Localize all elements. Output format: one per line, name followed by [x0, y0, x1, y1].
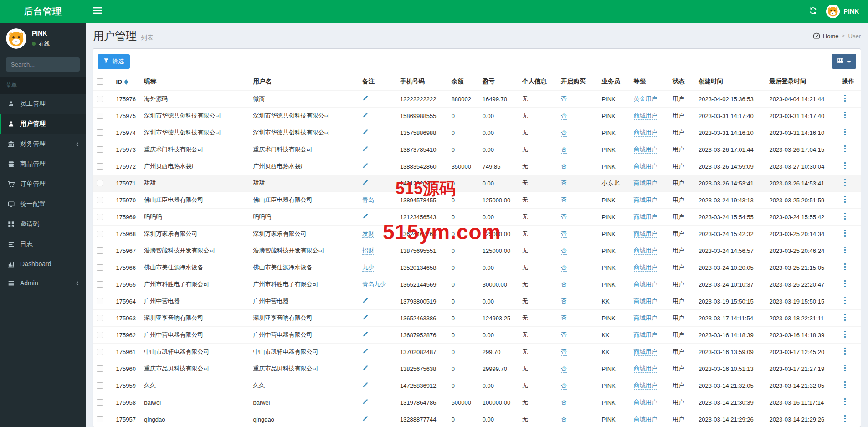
level-link[interactable]: 商城用户: [634, 314, 657, 322]
row-checkbox[interactable]: [97, 197, 103, 203]
purchase-toggle-link[interactable]: 否: [561, 180, 567, 187]
edit-remark-pencil-icon[interactable]: [362, 382, 368, 388]
level-link[interactable]: 商城用户: [634, 281, 657, 288]
refresh-button[interactable]: [809, 7, 817, 16]
row-checkbox[interactable]: [97, 332, 103, 338]
row-checkbox[interactable]: [97, 96, 103, 102]
edit-remark-pencil-icon[interactable]: [362, 298, 368, 304]
edit-remark-pencil-icon[interactable]: [362, 365, 368, 371]
level-link[interactable]: 商城用户: [634, 399, 657, 406]
user-menu[interactable]: PINK: [826, 5, 859, 18]
sidebar-item-users[interactable]: 用户管理: [0, 114, 86, 134]
purchase-toggle-link[interactable]: 否: [561, 348, 567, 356]
remark-link[interactable]: 青岛: [362, 196, 374, 204]
level-link[interactable]: 黄金用户: [634, 95, 657, 103]
sidebar-item-config[interactable]: 统一配置: [0, 194, 86, 214]
level-link[interactable]: 商城用户: [634, 331, 657, 339]
filter-button[interactable]: 筛选: [98, 54, 130, 69]
row-checkbox[interactable]: [97, 180, 103, 186]
remark-link[interactable]: 招财: [362, 247, 374, 255]
level-link[interactable]: 商城用户: [634, 163, 657, 170]
sidebar-item-dashboard[interactable]: Dashboard: [0, 254, 86, 273]
sidebar-item-products[interactable]: 商品管理: [0, 154, 86, 174]
edit-remark-pencil-icon[interactable]: [362, 213, 368, 219]
row-actions-dots-icon[interactable]: [842, 229, 848, 237]
purchase-toggle-link[interactable]: 否: [561, 281, 567, 288]
level-link[interactable]: 商城用户: [634, 416, 657, 423]
row-checkbox[interactable]: [97, 146, 103, 153]
sidebar-item-staff[interactable]: 员工管理: [0, 94, 86, 114]
row-actions-dots-icon[interactable]: [842, 111, 848, 119]
row-checkbox[interactable]: [97, 163, 103, 170]
row-actions-dots-icon[interactable]: [842, 347, 848, 355]
remark-link[interactable]: 青岛九少: [362, 281, 386, 288]
row-checkbox[interactable]: [97, 231, 103, 237]
edit-remark-pencil-icon[interactable]: [362, 129, 368, 135]
row-actions-dots-icon[interactable]: [842, 381, 848, 389]
column-header-id[interactable]: ID: [113, 73, 141, 90]
level-link[interactable]: 商城用户: [634, 382, 657, 390]
row-actions-dots-icon[interactable]: [842, 297, 848, 304]
row-checkbox[interactable]: [97, 315, 103, 321]
purchase-toggle-link[interactable]: 否: [561, 382, 567, 390]
level-link[interactable]: 商城用户: [634, 348, 657, 356]
level-link[interactable]: 商城用户: [634, 298, 657, 305]
purchase-toggle-link[interactable]: 否: [561, 247, 567, 255]
row-checkbox[interactable]: [97, 382, 103, 389]
purchase-toggle-link[interactable]: 否: [561, 112, 567, 120]
purchase-toggle-link[interactable]: 否: [561, 331, 567, 339]
row-actions-dots-icon[interactable]: [842, 364, 848, 372]
row-checkbox[interactable]: [97, 247, 103, 254]
sidebar-item-invite[interactable]: 邀请码: [0, 214, 86, 234]
level-link[interactable]: 商城用户: [634, 196, 657, 204]
row-actions-dots-icon[interactable]: [842, 314, 848, 321]
level-link[interactable]: 商城用户: [634, 247, 657, 255]
level-link[interactable]: 商城用户: [634, 112, 657, 120]
row-actions-dots-icon[interactable]: [842, 280, 848, 288]
row-actions-dots-icon[interactable]: [842, 94, 848, 102]
purchase-toggle-link[interactable]: 否: [561, 129, 567, 137]
row-actions-dots-icon[interactable]: [842, 195, 848, 203]
purchase-toggle-link[interactable]: 否: [561, 146, 567, 154]
edit-remark-pencil-icon[interactable]: [362, 180, 368, 185]
purchase-toggle-link[interactable]: 否: [561, 163, 567, 170]
breadcrumb-home-link[interactable]: Home: [813, 32, 839, 40]
row-actions-dots-icon[interactable]: [842, 179, 848, 186]
sidebar-item-logs[interactable]: 日志: [0, 234, 86, 254]
row-checkbox[interactable]: [97, 298, 103, 304]
purchase-toggle-link[interactable]: 否: [561, 230, 567, 238]
edit-remark-pencil-icon[interactable]: [362, 416, 368, 422]
purchase-toggle-link[interactable]: 否: [561, 298, 567, 305]
purchase-toggle-link[interactable]: 否: [561, 213, 567, 221]
purchase-toggle-link[interactable]: 否: [561, 365, 567, 373]
edit-remark-pencil-icon[interactable]: [362, 146, 368, 152]
search-input[interactable]: [6, 57, 80, 72]
edit-remark-pencil-icon[interactable]: [362, 399, 368, 405]
row-actions-dots-icon[interactable]: [842, 212, 848, 220]
row-checkbox[interactable]: [97, 264, 103, 271]
purchase-toggle-link[interactable]: 否: [561, 95, 567, 103]
purchase-toggle-link[interactable]: 否: [561, 196, 567, 204]
purchase-toggle-link[interactable]: 否: [561, 399, 567, 406]
row-checkbox[interactable]: [97, 416, 103, 422]
row-actions-dots-icon[interactable]: [842, 162, 848, 170]
row-actions-dots-icon[interactable]: [842, 263, 848, 271]
remark-link[interactable]: 九少: [362, 264, 374, 272]
row-actions-dots-icon[interactable]: [842, 330, 848, 338]
level-link[interactable]: 商城用户: [634, 146, 657, 154]
row-actions-dots-icon[interactable]: [842, 415, 848, 422]
edit-remark-pencil-icon[interactable]: [362, 331, 368, 337]
row-actions-dots-icon[interactable]: [842, 246, 848, 254]
purchase-toggle-link[interactable]: 否: [561, 264, 567, 272]
sidebar-item-orders[interactable]: 订单管理: [0, 174, 86, 194]
level-link[interactable]: 商城用户: [634, 129, 657, 137]
row-checkbox[interactable]: [97, 214, 103, 220]
row-actions-dots-icon[interactable]: [842, 128, 848, 136]
row-checkbox[interactable]: [97, 365, 103, 372]
sidebar-item-admin[interactable]: Admin: [0, 273, 86, 293]
edit-remark-pencil-icon[interactable]: [362, 112, 368, 118]
level-link[interactable]: 商城用户: [634, 264, 657, 272]
row-checkbox[interactable]: [97, 349, 103, 355]
level-link[interactable]: 商城用户: [634, 365, 657, 373]
sidebar-item-finance[interactable]: 财务管理: [0, 134, 86, 154]
